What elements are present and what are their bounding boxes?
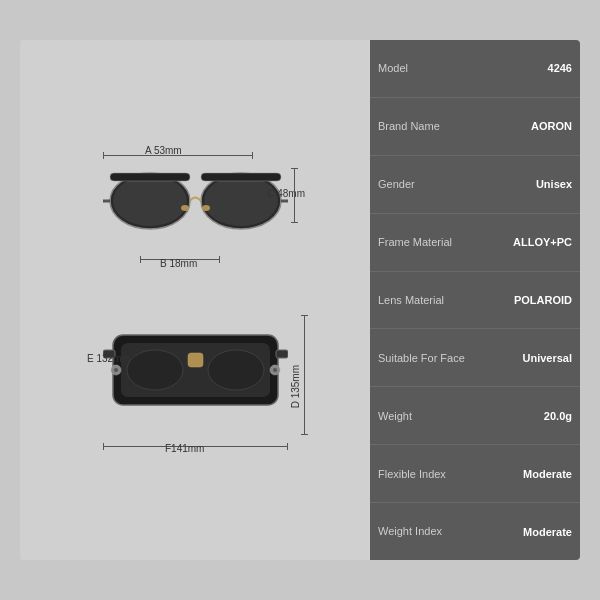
glasses-top-view-svg bbox=[103, 315, 288, 425]
spec-value: Moderate bbox=[523, 468, 572, 480]
dim-b-label: B 18mm bbox=[160, 258, 197, 269]
dim-c-label: C 48mm bbox=[267, 188, 305, 199]
spec-row: Suitable For FaceUniversal bbox=[370, 329, 580, 387]
spec-label: Weight Index bbox=[378, 524, 523, 538]
spec-row: Weight IndexModerate bbox=[370, 503, 580, 560]
svg-rect-5 bbox=[201, 173, 281, 181]
svg-point-17 bbox=[273, 368, 277, 372]
dim-d-label: D 135mm bbox=[290, 365, 301, 408]
spec-value: 4246 bbox=[548, 62, 572, 74]
dim-d-line bbox=[304, 315, 305, 435]
spec-row: Lens MaterialPOLAROID bbox=[370, 272, 580, 330]
spec-value: Moderate bbox=[523, 526, 572, 538]
spec-label: Gender bbox=[378, 177, 536, 191]
dim-d-tick-bot bbox=[301, 434, 308, 435]
spec-label: Frame Material bbox=[378, 235, 513, 249]
spec-row: Flexible IndexModerate bbox=[370, 445, 580, 503]
spec-label: Brand Name bbox=[378, 119, 531, 133]
spec-row: GenderUnisex bbox=[370, 156, 580, 214]
svg-rect-18 bbox=[188, 353, 203, 367]
spec-label: Lens Material bbox=[378, 293, 514, 307]
svg-point-3 bbox=[204, 176, 278, 226]
svg-point-9 bbox=[202, 205, 210, 211]
svg-point-1 bbox=[113, 176, 187, 226]
spec-value: POLAROID bbox=[514, 294, 572, 306]
dim-a-label: A 53mm bbox=[145, 145, 182, 156]
dim-e-label: E 132mm bbox=[87, 353, 130, 364]
spec-value: Universal bbox=[522, 352, 572, 364]
bottom-glasses-wrap: D 135mm E 132mm F141mm bbox=[85, 305, 305, 450]
specs-panel: Model4246Brand NameAORONGenderUnisexFram… bbox=[370, 40, 580, 560]
spec-row: Frame MaterialALLOY+PC bbox=[370, 214, 580, 272]
spec-label: Flexible Index bbox=[378, 467, 523, 481]
spec-row: Weight20.0g bbox=[370, 387, 580, 445]
glasses-diagram-panel: A 53mm bbox=[20, 40, 370, 560]
glasses-front-svg bbox=[103, 166, 288, 246]
svg-rect-13 bbox=[276, 350, 288, 358]
top-glasses-wrap: A 53mm bbox=[85, 150, 305, 265]
dim-c-tick-top bbox=[291, 168, 298, 169]
dim-c-line bbox=[294, 168, 295, 223]
svg-point-8 bbox=[181, 205, 189, 211]
dim-c-tick-bot bbox=[291, 222, 298, 223]
svg-point-19 bbox=[127, 350, 183, 390]
spec-value: ALLOY+PC bbox=[513, 236, 572, 248]
dim-e-line bbox=[109, 361, 110, 362]
dim-f-label: F141mm bbox=[165, 443, 204, 454]
spec-value: AORON bbox=[531, 120, 572, 132]
spec-row: Brand NameAORON bbox=[370, 98, 580, 156]
svg-point-15 bbox=[114, 368, 118, 372]
spec-label: Weight bbox=[378, 409, 544, 423]
glasses-section: A 53mm bbox=[40, 130, 350, 470]
spec-value: Unisex bbox=[536, 178, 572, 190]
spec-label: Suitable For Face bbox=[378, 351, 522, 365]
svg-rect-4 bbox=[110, 173, 190, 181]
spec-value: 20.0g bbox=[544, 410, 572, 422]
product-detail-card: A 53mm bbox=[20, 40, 580, 560]
spec-row: Model4246 bbox=[370, 40, 580, 98]
svg-point-20 bbox=[208, 350, 264, 390]
dim-d-tick-top bbox=[301, 315, 308, 316]
spec-label: Model bbox=[378, 61, 548, 75]
